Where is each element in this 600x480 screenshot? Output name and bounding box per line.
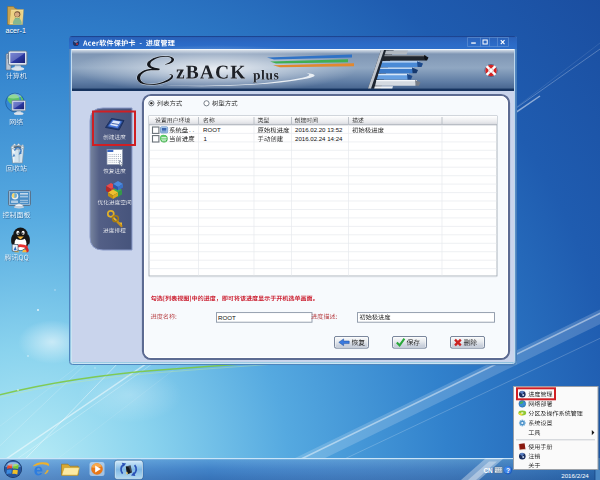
- svg-text:2016.02.20 13:52: 2016.02.20 13:52: [295, 126, 343, 133]
- svg-text:. .: . .: [189, 126, 194, 133]
- svg-text:ROOT: ROOT: [218, 314, 236, 321]
- svg-text:CN: CN: [484, 467, 494, 474]
- svg-text:acer-1: acer-1: [6, 26, 26, 35]
- svg-text:2016/2/24: 2016/2/24: [561, 472, 589, 479]
- svg-text:?: ?: [506, 467, 510, 474]
- svg-text:ROOT: ROOT: [203, 126, 221, 133]
- svg-text:2016.02.24 14:24: 2016.02.24 14:24: [295, 135, 343, 142]
